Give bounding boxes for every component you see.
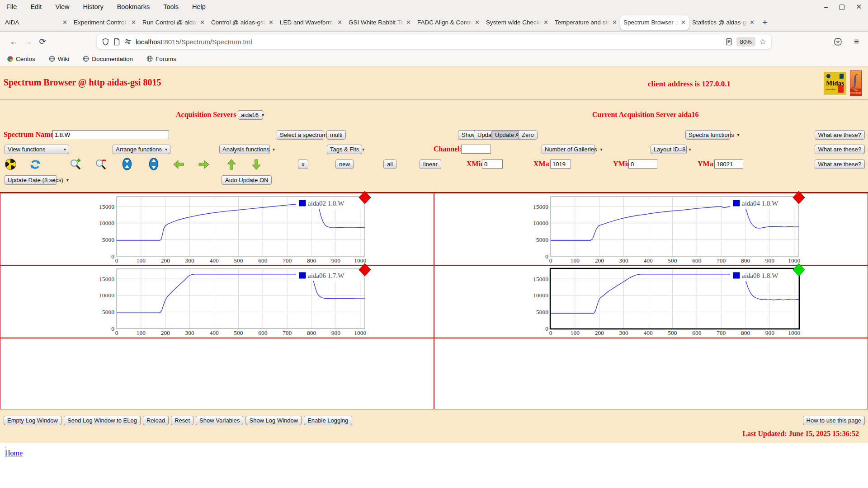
view-functions-dropdown[interactable]: View functions▾ — [5, 145, 69, 154]
reload-button[interactable]: Reload — [143, 416, 169, 425]
tab-close-icon[interactable]: ✕ — [404, 19, 411, 26]
tab-close-icon[interactable]: ✕ — [542, 19, 548, 26]
layout-id-dropdown[interactable]: Layout ID=8▾ — [651, 145, 687, 154]
linear-button[interactable]: linear — [420, 160, 441, 169]
gallery-cell-aida06[interactable]: 0500010000150000100200300400500600700800… — [0, 265, 434, 338]
pocket-icon[interactable] — [834, 38, 842, 46]
tab-close-icon[interactable]: ✕ — [679, 19, 686, 26]
maximize-icon[interactable]: ▢ — [839, 3, 845, 11]
show-variables-button[interactable]: Show Variables — [196, 416, 243, 425]
reader-mode-icon[interactable] — [726, 38, 732, 46]
tab-spectrum-browser[interactable]: Spectrum Browser @✕ — [620, 15, 689, 30]
bookmark-star-icon[interactable]: ☆ — [760, 37, 766, 47]
x-button[interactable]: x — [298, 160, 308, 169]
close-icon[interactable]: ✕ — [856, 3, 862, 11]
zoom-out-icon[interactable] — [94, 158, 107, 170]
refresh-icon[interactable] — [29, 158, 41, 170]
chart-aida06[interactable]: 0500010000150000100200300400500600700800… — [96, 267, 372, 337]
tab-led-waveform[interactable]: LED and Waveform c✕ — [277, 15, 345, 30]
what-are-these-button[interactable]: What are these? — [815, 130, 865, 140]
multi-button[interactable]: multi — [326, 130, 346, 140]
home-link[interactable]: Home — [5, 449, 23, 457]
number-of-galleries-dropdown[interactable]: Number of Galleries▾ — [542, 145, 595, 154]
spectrum-name-input[interactable] — [52, 130, 169, 139]
new-tab-button[interactable]: + — [758, 15, 772, 30]
gallery-cell-aida04[interactable]: 0500010000150000100200300400500600700800… — [434, 193, 868, 265]
tab-control[interactable]: Control @ aidas-gsi✕ — [208, 15, 277, 30]
forward-icon[interactable]: → — [21, 37, 35, 47]
tab-aida[interactable]: AIDA✕ — [2, 15, 71, 30]
bookmark-wiki[interactable]: Wiki — [49, 56, 70, 62]
update-rate-dropdown[interactable]: Update Rate (8 secs)▾ — [5, 175, 57, 185]
radiation-icon[interactable] — [5, 158, 17, 170]
shield-icon[interactable] — [102, 38, 109, 46]
hamburger-menu-icon[interactable]: ≡ — [854, 37, 859, 47]
bookmark-documentation[interactable]: Documentation — [83, 56, 133, 62]
reload-icon[interactable]: ⟳ — [35, 37, 50, 47]
tab-close-icon[interactable]: ✕ — [610, 19, 617, 26]
url-text[interactable]: localhost:8015/Spectrum/Spectrum.tml — [136, 38, 722, 46]
how-to-use-button[interactable]: How to use this page — [803, 416, 865, 425]
menu-bookmarks[interactable]: Bookmarks — [117, 3, 150, 10]
tab-run-control[interactable]: Run Control @ aidas-✕ — [139, 15, 208, 30]
tab-close-icon[interactable]: ✕ — [473, 19, 480, 26]
arrow-right-icon[interactable] — [198, 158, 210, 170]
tune-permissions-icon[interactable] — [124, 38, 132, 45]
tab-close-icon[interactable]: ✕ — [198, 19, 205, 26]
ymax-input[interactable] — [714, 160, 743, 169]
tab-system-checks[interactable]: System wide Checks✕ — [483, 15, 552, 30]
empty-log-window-button[interactable]: Empty Log Window — [4, 416, 61, 425]
menu-help[interactable]: Help — [192, 3, 206, 10]
auto-update-button[interactable]: Auto Update ON — [222, 175, 272, 185]
tab-close-icon[interactable]: ✕ — [335, 19, 342, 26]
new-button[interactable]: new — [335, 160, 354, 169]
expand-vertical-icon[interactable] — [147, 158, 160, 170]
tab-close-icon[interactable]: ✕ — [61, 19, 67, 26]
enable-logging-button[interactable]: Enable Logging — [304, 416, 352, 425]
tab-close-icon[interactable]: ✕ — [267, 19, 274, 26]
tab-statistics[interactable]: Statistics @ aidas-gsi✕ — [689, 15, 758, 30]
zoom-level-badge[interactable]: 80% — [736, 37, 755, 47]
url-bar[interactable]: localhost:8015/Spectrum/Spectrum.tml 80%… — [97, 34, 771, 49]
tab-white-rabbit[interactable]: GSI White Rabbit Tim✕ — [345, 15, 414, 30]
arrow-left-icon[interactable] — [172, 158, 184, 170]
tags-fits-dropdown[interactable]: Tags & Fits▾ — [327, 145, 362, 154]
menu-tools[interactable]: Tools — [163, 3, 179, 10]
tab-experiment-control[interactable]: Experiment Control (✕ — [71, 15, 139, 30]
bookmark-centos[interactable]: Centos — [7, 56, 35, 62]
acquisition-server-select[interactable]: aida16▾ — [238, 110, 263, 120]
what-are-these-button[interactable]: What are these? — [815, 145, 865, 154]
tab-temperature[interactable]: Temperature and stat✕ — [552, 15, 620, 30]
what-are-these-button[interactable]: What are these? — [815, 160, 865, 169]
menu-view[interactable]: View — [55, 3, 69, 10]
all-button[interactable]: all — [383, 160, 396, 169]
show-log-window-button[interactable]: Show Log Window — [245, 416, 302, 425]
compress-vertical-icon[interactable] — [121, 158, 133, 170]
chart-aida08[interactable]: 0500010000150000100200300400500600700800… — [530, 267, 806, 337]
page-proxy-icon[interactable] — [113, 38, 120, 46]
tab-close-icon[interactable]: ✕ — [748, 19, 755, 26]
send-log-to-elog-button[interactable]: Send Log Window to ELog — [64, 416, 141, 425]
back-icon[interactable]: ← — [6, 37, 21, 47]
gallery-cell-aida02[interactable]: 0500010000150000100200300400500600700800… — [0, 193, 434, 265]
select-spectrum-dropdown[interactable]: Select a spectrum▾ — [277, 130, 323, 140]
tab-fadc-align[interactable]: FADC Align & Contro✕ — [414, 15, 483, 30]
arrange-functions-dropdown[interactable]: Arrange functions▾ — [113, 145, 170, 154]
analysis-functions-dropdown[interactable]: Analysis functions▾ — [219, 145, 270, 154]
zero-button[interactable]: Zero — [518, 130, 538, 140]
menu-history[interactable]: History — [83, 3, 104, 10]
ymin-input[interactable] — [628, 160, 657, 169]
channel-input[interactable] — [461, 145, 491, 154]
bookmark-forums[interactable]: Forums — [146, 56, 176, 62]
chart-aida02[interactable]: 0500010000150000100200300400500600700800… — [96, 195, 372, 264]
arrow-down-icon[interactable] — [250, 158, 262, 170]
arrow-up-icon[interactable] — [225, 158, 237, 170]
xmin-input[interactable] — [482, 160, 503, 169]
xmax-input[interactable] — [550, 160, 571, 169]
zoom-in-icon[interactable] — [69, 158, 81, 170]
chart-aida04[interactable]: 0500010000150000100200300400500600700800… — [530, 195, 806, 264]
menu-edit[interactable]: Edit — [30, 3, 42, 10]
spectra-functions-dropdown[interactable]: Spectra functions▾ — [685, 130, 731, 140]
gallery-cell-aida08[interactable]: 0500010000150000100200300400500600700800… — [434, 265, 868, 338]
tab-close-icon[interactable]: ✕ — [129, 19, 136, 26]
